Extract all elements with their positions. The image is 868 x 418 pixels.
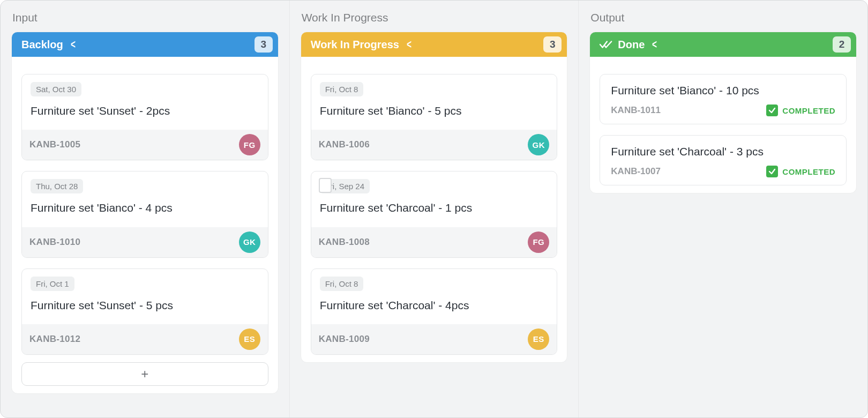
card-footer: KANB-1009 ES	[311, 324, 557, 354]
card-footer: KANB-1006 GK	[311, 130, 557, 160]
avatar[interactable]: FG	[239, 134, 260, 155]
column-count-badge: 2	[833, 36, 851, 53]
cards-backlog: Sat, Oct 30 Furniture set 'Sunset' - 2pc…	[12, 57, 278, 355]
card-id: KANB-1006	[319, 139, 370, 150]
kanban-board: Input Backlog < 3 Sat, Oct 30 Furniture …	[0, 0, 868, 418]
lane-title: Work In Progress	[290, 1, 579, 32]
lane-input: Input Backlog < 3 Sat, Oct 30 Furniture …	[1, 1, 290, 417]
column-title: Work In Progress	[311, 39, 399, 51]
kanban-card[interactable]: Sat, Oct 30 Furniture set 'Sunset' - 2pc…	[21, 74, 268, 160]
card-title: Furniture set 'Sunset' - 5 pcs	[22, 298, 268, 324]
status-completed: COMPLETED	[766, 104, 835, 116]
card-id: KANB-1007	[611, 166, 661, 177]
column-title: Backlog	[21, 39, 63, 51]
cards-wip: Fri, Oct 8 Furniture set 'Bianco' - 5 pc…	[301, 57, 567, 355]
chevron-left-icon[interactable]: <	[652, 38, 657, 51]
check-icon	[766, 166, 778, 177]
avatar[interactable]: FG	[528, 232, 549, 253]
column-wip: Work In Progress < 3 Fri, Oct 8 Furnitur…	[301, 32, 568, 363]
kanban-card[interactable]: Fri, Oct 8 Furniture set 'Charcoal' - 4p…	[311, 268, 558, 355]
kanban-card[interactable]: Fri, Sep 24 Furniture set 'Charcoal' - 1…	[311, 171, 558, 257]
column-header-backlog[interactable]: Backlog < 3	[12, 32, 278, 57]
done-checkmarks-icon	[600, 40, 612, 49]
lane-output: Output Done < 2 Furniture set 'Bianco' -…	[579, 1, 867, 417]
column-header-wip[interactable]: Work In Progress < 3	[301, 32, 567, 57]
column-header-done[interactable]: Done < 2	[590, 32, 856, 57]
card-date-badge: Fri, Oct 8	[320, 82, 364, 96]
card-id: KANB-1008	[319, 237, 370, 248]
card-date-badge: Fri, Oct 1	[31, 277, 74, 291]
card-footer: KANB-1010 GK	[22, 227, 268, 257]
kanban-card[interactable]: Thu, Oct 28 Furniture set 'Bianco' - 4 p…	[21, 171, 268, 257]
card-footer: KANB-1012 ES	[22, 324, 268, 354]
card-title: Furniture set 'Sunset' - 2pcs	[22, 104, 268, 130]
card-title: Furniture set 'Bianco' - 10 pcs	[611, 84, 835, 97]
card-date-badge: Thu, Oct 28	[31, 179, 83, 193]
check-icon	[766, 104, 778, 116]
lane-title: Output	[579, 1, 867, 32]
card-id: KANB-1010	[29, 237, 80, 248]
card-title: Furniture set 'Bianco' - 4 pcs	[22, 201, 268, 227]
kanban-card-done[interactable]: Furniture set 'Charcoal' - 3 pcs KANB-10…	[600, 135, 847, 185]
card-footer: KANB-1005 FG	[22, 130, 268, 160]
avatar[interactable]: GK	[239, 232, 260, 253]
status-label: COMPLETED	[782, 167, 835, 176]
card-title: Furniture set 'Bianco' - 5 pcs	[311, 104, 557, 130]
status-completed: COMPLETED	[766, 166, 835, 177]
status-label: COMPLETED	[782, 106, 835, 115]
card-title: Furniture set 'Charcoal' - 3 pcs	[611, 145, 835, 158]
add-card-button[interactable]: +	[21, 362, 268, 386]
column-title: Done	[618, 39, 645, 51]
card-title: Furniture set 'Charcoal' - 4pcs	[311, 298, 557, 324]
column-backlog: Backlog < 3 Sat, Oct 30 Furniture set 'S…	[11, 32, 279, 394]
kanban-card[interactable]: Fri, Oct 8 Furniture set 'Bianco' - 5 pc…	[311, 74, 558, 160]
column-count-badge: 3	[255, 36, 273, 53]
column-count-badge: 3	[543, 36, 562, 53]
avatar[interactable]: ES	[239, 329, 260, 350]
card-date-badge: Sat, Oct 30	[31, 82, 81, 96]
card-id: KANB-1011	[611, 105, 661, 116]
card-date-badge: Fri, Oct 8	[320, 277, 364, 291]
card-date-badge: Fri, Sep 24	[320, 179, 370, 193]
card-id: KANB-1009	[319, 334, 370, 345]
chevron-left-icon[interactable]: <	[71, 38, 76, 51]
kanban-card-done[interactable]: Furniture set 'Bianco' - 10 pcs KANB-101…	[600, 74, 847, 124]
card-footer: KANB-1008 FG	[311, 227, 557, 257]
cards-done: Furniture set 'Bianco' - 10 pcs KANB-101…	[590, 57, 856, 185]
kanban-card[interactable]: Fri, Oct 1 Furniture set 'Sunset' - 5 pc…	[21, 268, 268, 355]
card-id: KANB-1005	[29, 139, 80, 150]
chevron-left-icon[interactable]: <	[407, 38, 411, 51]
card-title: Furniture set 'Charcoal' - 1 pcs	[311, 201, 557, 227]
avatar[interactable]: GK	[528, 134, 549, 155]
avatar[interactable]: ES	[528, 329, 549, 350]
column-done: Done < 2 Furniture set 'Bianco' - 10 pcs…	[589, 32, 857, 193]
lane-title: Input	[1, 1, 289, 32]
lane-wip: Work In Progress Work In Progress < 3 Fr…	[290, 1, 579, 417]
card-id: KANB-1012	[29, 334, 80, 345]
